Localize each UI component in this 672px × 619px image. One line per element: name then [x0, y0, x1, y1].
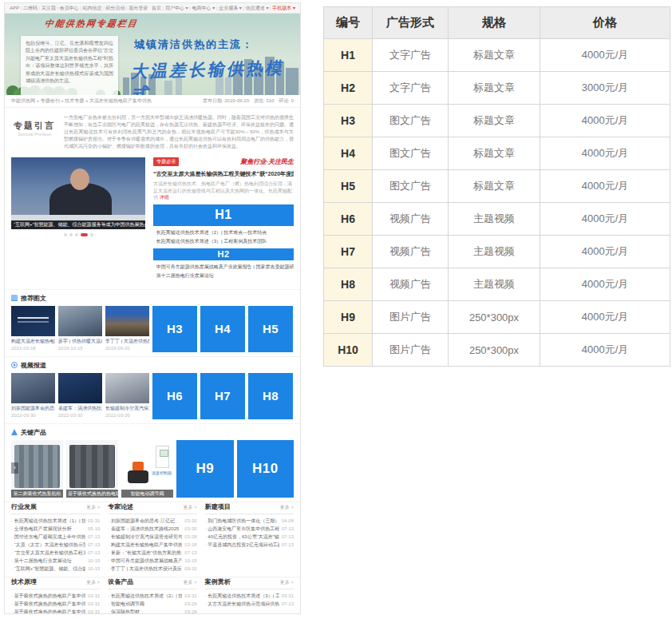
- more-link[interactable]: 更多 >: [86, 579, 100, 586]
- graphic-card[interactable]: 李丁丁 | 大温差供热技术应 2019-09-20: [105, 306, 149, 351]
- news-item[interactable]: 基于吸收式换热的热电联产集中供热技术简介03-31: [11, 608, 100, 615]
- video-thumbnail[interactable]: [105, 373, 149, 403]
- card-thumbnail[interactable]: [11, 306, 55, 336]
- video-card[interactable]: 秦建军：清洁供热技术路线 2022-03-30: [58, 373, 102, 418]
- card-caption[interactable]: 秦建军：清洁供热技术路线: [58, 405, 102, 412]
- table-row: H7 视频广告 主题视频 4000元/月: [324, 236, 670, 268]
- topbar-link[interactable]: 退出登录: [125, 6, 148, 10]
- card-date: 2022-03-30: [11, 413, 55, 418]
- graphic-card[interactable]: 构建大温差长输热电联产 2021-03-18: [11, 306, 55, 351]
- table-row: H10 图片广告 250*300px 4000元/月: [324, 334, 670, 367]
- topbar-link[interactable]: 手机版本 ▾: [268, 6, 295, 10]
- news-item[interactable]: 第十二届热电行业发展论坛10-15: [11, 557, 100, 565]
- carousel-dot[interactable]: [64, 233, 67, 236]
- news-item[interactable]: 长距离输送供热技术简述（1）| 技术概况03-31: [11, 517, 100, 525]
- topbar-link[interactable]: 首页: [152, 6, 161, 10]
- ad-slot-h7[interactable]: H7: [200, 373, 245, 419]
- news-item[interactable]: 中国可再生能源供热发展战略及产业政策报告 | 国10-15: [108, 557, 196, 565]
- graphic-card[interactable]: 苏宇 | 供热供暖大温差热 2019-10-15: [58, 306, 102, 351]
- news-carousel[interactable]: “互联网+”智慧能源、储能、综合能源服务等成为中国供热展热点话题 3/5: [11, 157, 145, 280]
- card-thumbnail[interactable]: [58, 306, 102, 336]
- column-title: 专家论述: [108, 502, 133, 511]
- card-caption[interactable]: 刘振国能源革命的思考·江: [11, 405, 55, 412]
- feature-headline[interactable]: “古交至太原大温差长输供热工程关键技术”获“2020年度国家科学技: [153, 170, 294, 178]
- news-item[interactable]: 构建大温差长输热电联产集中供热新模式（48P）|03-18: [108, 541, 196, 549]
- carousel-dot[interactable]: [75, 233, 78, 236]
- ad-slot-h9[interactable]: H9: [176, 440, 234, 498]
- news-item[interactable]: 智能电动调节阀03-29: [108, 600, 196, 608]
- carousel-dot[interactable]: [90, 233, 93, 236]
- news-item[interactable]: 长距离输送供热技术简述（3）| 工程案例及技术03-31: [205, 592, 294, 600]
- card-thumbnail[interactable]: [105, 306, 149, 336]
- cell-price: 4000元/月: [540, 105, 670, 137]
- card-caption[interactable]: 苏宇 | 供热供暖大温差热: [58, 338, 102, 345]
- more-link[interactable]: 更多 >: [280, 504, 294, 511]
- news-item[interactable]: 国华沧东电厂超额完成上半年供热量任务07-13: [11, 533, 100, 541]
- ad-slot-h3[interactable]: H3: [152, 306, 197, 352]
- video-card[interactable]: 刘振国能源革命的思考·江 2022-03-30: [11, 373, 55, 418]
- card-date: 2022-03-30: [58, 413, 102, 418]
- more-link[interactable]: 更多 >: [280, 579, 294, 586]
- news-item[interactable]: 更新：“长输大温差”供热方案的推广要因地制宜07-13: [108, 549, 196, 557]
- article-link[interactable]: 第十二届热电行业发展论坛: [153, 272, 294, 280]
- ad-slot-h4[interactable]: H4: [200, 306, 245, 352]
- article-link[interactable]: 长距离输送供热技术简述（2）| 技术难点—技术特点: [153, 228, 294, 237]
- ad-slot-h10[interactable]: H10: [237, 440, 294, 498]
- topbar-link[interactable]: 企业服务 ▾: [215, 6, 242, 10]
- topbar-link[interactable]: 信息通道 ▾: [242, 6, 269, 10]
- news-item[interactable]: “互联网+”智慧能源、储能、综合能源服务等成10-15: [11, 565, 100, 573]
- product-card[interactable]: ‹ 第二类吸收式热泵机组: [11, 440, 63, 498]
- article-link[interactable]: 长距离输送供热技术简述（3）| 工程案例及技术团队: [153, 237, 294, 246]
- news-item[interactable]: 平遥县城内总投资2亿元项目动工建设07-13: [205, 541, 294, 549]
- ad-slot-h1[interactable]: H1: [153, 204, 294, 226]
- news-item[interactable]: “太原（太古）大温差长输供热示范工程”项目获07-13: [11, 541, 100, 549]
- news-item[interactable]: 基于吸收式换热的热电联产集中供热技术简介03-31: [11, 592, 100, 600]
- news-item[interactable]: 荆门热电城区供热一体化（三期）项目全线动工04-08: [205, 517, 294, 525]
- carousel-photo[interactable]: “互联网+”智慧能源、储能、综合能源服务等成为中国供热展热点话题 3/5: [11, 157, 145, 229]
- topbar-link[interactable]: 积分活动: [102, 6, 125, 10]
- news-item[interactable]: 太古大温差长输供热示范项目供热面积达 每平方07-13: [205, 600, 294, 608]
- preface-section: 专题引言 Special Preface 一方面电厂余热未被充分利用，另一方面大…: [5, 108, 300, 154]
- topbar-link[interactable]: 用户中心 ▾: [161, 6, 188, 10]
- more-link[interactable]: 更多 >: [183, 579, 196, 586]
- banner-calligraphy-title: 中能供热网专题栏目: [44, 18, 139, 30]
- topbar-link[interactable]: 会员中心: [56, 6, 79, 10]
- card-caption[interactable]: 构建大温差长输热电联产: [11, 338, 55, 345]
- ad-slot-h8[interactable]: H8: [248, 373, 293, 419]
- topbar-link[interactable]: 关注我: [38, 6, 56, 10]
- news-item[interactable]: 长距离输送供热技术简述（2）| 技术难点—技术03-31: [108, 592, 196, 600]
- more-link[interactable]: 更多 >: [86, 504, 100, 511]
- news-item[interactable]: 山西潞安电厂至市区集中供热工程采用大温差技术07-13: [205, 525, 294, 533]
- carousel-prev-arrow[interactable]: ‹: [11, 462, 18, 474]
- section-title: 视频报道: [21, 361, 46, 370]
- news-item[interactable]: 秦建军：清洁供热技术路线202503-30: [108, 525, 196, 533]
- news-item[interactable]: 保温隔热型材03-28: [108, 608, 196, 615]
- news-item[interactable]: 40亿元的投资，63公里“大温差”输送——规图07-13: [205, 533, 294, 541]
- news-item[interactable]: 李丁丁 | 大温差供热技术设计及应用09-20: [108, 565, 196, 573]
- topbar-link[interactable]: 电商中心 ▾: [188, 6, 215, 10]
- product-card[interactable]: 基于吸收式换热的热电联产集中供热技术: [66, 440, 118, 498]
- video-thumbnail[interactable]: [58, 373, 102, 403]
- more-link[interactable]: 更多 >: [183, 504, 196, 511]
- topbar-link[interactable]: 站内信息: [79, 6, 102, 10]
- news-item[interactable]: 全球热电联产发展现状分析05-10: [11, 525, 100, 533]
- product-card[interactable]: 温度控制箱 智能电动调节阀: [121, 440, 173, 498]
- ad-slot-h6[interactable]: H6: [152, 373, 197, 419]
- card-caption[interactable]: 长输超制冷空蒸汽保温管道: [105, 405, 149, 412]
- news-item[interactable]: “古交至太原大温差长输供热工程关键技术”获07-13: [11, 549, 100, 557]
- ad-slot-h5[interactable]: H5: [248, 306, 293, 352]
- ad-slot-h2[interactable]: H2: [153, 248, 294, 260]
- card-caption[interactable]: 李丁丁 | 大温差供热技术应: [105, 338, 149, 345]
- news-item[interactable]: 长输超制冷空蒸汽保温管道研究与应用 | 河北安全03-28: [108, 533, 196, 541]
- article-link[interactable]: 中国可再生能源供热发展战略及产业政策报告 | 国家发改委能源研究所研究院: [153, 263, 294, 272]
- news-item[interactable]: 刘振国能源革命的思考·江亿记03-30: [108, 517, 196, 525]
- breadcrumb[interactable]: 中能供热网 » 专题会刊 » 技术专题 » 大温差长输热电联产集中供热: [11, 97, 152, 105]
- carousel-dot[interactable]: [69, 233, 73, 236]
- detail-link[interactable]: 详细: [160, 195, 169, 200]
- topbar-link[interactable]: 二维码: [19, 6, 38, 10]
- video-thumbnail[interactable]: [11, 373, 55, 403]
- carousel-dot-active[interactable]: [81, 233, 88, 236]
- video-card[interactable]: 长输超制冷空蒸汽保温管道 2022-03-26: [105, 373, 149, 418]
- news-item[interactable]: 基于吸收式换热的热电联产集中供热技术简介03-31: [11, 600, 100, 608]
- topbar-link[interactable]: APP: [10, 6, 19, 10]
